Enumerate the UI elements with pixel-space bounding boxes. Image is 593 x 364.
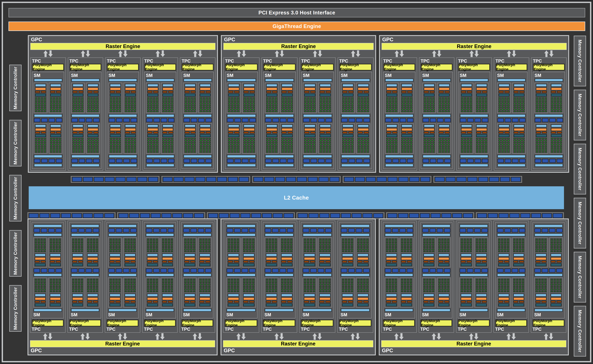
cuda-core-cell [470,138,472,139]
cuda-core-cell [351,109,353,110]
dispatch-unit-cell [110,261,114,263]
cuda-core-cell [50,247,52,248]
cuda-core-cell [162,287,164,288]
sm-lsu-row [534,228,563,232]
warp-scheduler-bar [438,294,449,297]
dispatch-bar [476,297,487,300]
cuda-core-grid [228,279,239,292]
cuda-core-cell [96,242,98,243]
cuda-core-cell [290,239,292,240]
cuda-core-cell [205,249,207,250]
cuda-core-cell [501,291,503,292]
tpc: SMPolyMorph EngineTPC [261,221,297,333]
register-file-bar [228,304,239,306]
dispatch-bar [163,88,173,90]
sm-processing-block [385,123,399,154]
cuda-core-cell [275,109,277,110]
cuda-core-cell [162,279,164,280]
register-file-bar [184,304,195,306]
cuda-core-cell [187,242,189,243]
cuda-core-cell [360,289,362,290]
warp-scheduler-bar [200,84,211,87]
cuda-core-cell [228,282,230,283]
cuda-core-cell [554,146,556,147]
cuda-core-cell [171,240,173,241]
cuda-core-cell [56,251,58,252]
cuda-core-cell [470,99,472,100]
cuda-core-cell [444,286,446,287]
cuda-core-cell [367,99,369,100]
cuda-core-cell [343,151,345,152]
cuda-core-cell [171,151,173,152]
cuda-core-cell [328,291,330,292]
cuda-core-cell [363,284,365,285]
sm-lsu-cell [265,118,272,122]
cuda-core-cell [498,244,500,245]
cuda-core-cell [75,98,78,99]
cuda-core-cell [162,239,164,240]
cuda-core-cell [433,146,435,147]
tpc: TPCPolyMorph EngineSM [382,58,417,170]
cuda-core-cell [253,146,255,147]
cuda-core-cell [476,239,478,240]
cuda-core-cell [476,111,478,112]
sm-wide-bar [183,233,211,236]
cuda-core-cell [519,101,521,103]
dispatch-units-row [551,91,562,93]
cuda-core-cell [284,103,287,104]
cuda-core-cell [461,105,463,106]
cuda-core-cell [348,99,350,100]
cuda-core-cell [514,111,516,112]
cuda-core-cell [485,246,487,247]
cuda-core-cell [545,98,547,99]
cuda-core-cell [184,279,186,280]
cuda-core-cell [231,101,233,103]
cuda-core-cell [73,99,75,100]
cuda-core-cell [485,249,487,250]
dispatch-unit-cell [439,91,444,93]
cuda-core-cell [231,280,233,281]
cuda-core-cell [81,247,83,248]
cuda-core-grid [199,279,210,292]
sm-wide-bar [460,78,488,82]
cuda-core-cell [479,249,481,250]
cuda-core-cell [343,149,345,150]
cuda-core-cell [461,246,463,247]
sm-block-pair [341,123,370,154]
sm-lsu-row [227,268,256,273]
cuda-core-cell [392,151,394,152]
dispatch-bar [461,297,472,300]
cuda-core-cell [307,289,309,290]
sm-block-pair [459,238,488,267]
cuda-core-cell [499,111,501,112]
dispatch-bar [423,257,434,260]
cuda-core-cell [53,142,55,143]
register-file-bar [476,304,487,306]
cuda-core-cell [153,249,155,250]
cuda-core-cell [96,282,98,283]
cuda-core-cell [188,146,190,147]
cuda-core-cell [78,247,80,248]
cuda-core-cell [519,138,521,139]
cuda-core-cell [367,98,369,99]
cuda-core-cell [38,244,40,245]
cuda-core-cell [476,251,478,252]
cuda-core-cell [482,240,484,241]
dispatch-bar [266,128,277,131]
cuda-core-cell [404,240,406,241]
cuda-core-cell [78,289,80,290]
warp-scheduler-bar [438,254,449,256]
cuda-core-cell [110,146,112,147]
cuda-core-cell [426,239,428,240]
cuda-core-cell [514,240,515,241]
cuda-core-cell [206,107,208,108]
cuda-core-cell [329,142,331,143]
cuda-core-cell [545,151,547,152]
cuda-core-cell [441,284,443,285]
cuda-core-cell [433,99,435,100]
cuda-core-cell [128,151,130,152]
cuda-core-cell [125,99,127,100]
cuda-core-cell [91,105,92,106]
cuda-core-cell [266,101,269,103]
sm-label: SM [341,312,370,318]
